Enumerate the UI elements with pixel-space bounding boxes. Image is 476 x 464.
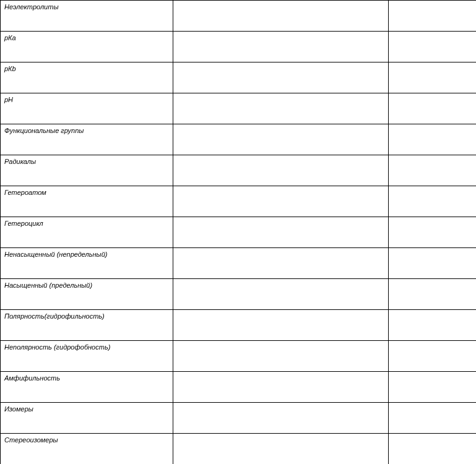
definition-cell <box>173 434 389 465</box>
notes-cell <box>389 124 477 155</box>
notes-cell <box>389 217 477 248</box>
notes-cell <box>389 62 477 93</box>
term-cell: Радикалы <box>1 155 173 186</box>
definition-cell <box>173 403 389 434</box>
term-cell: рН <box>1 93 173 124</box>
table-row: Неэлектролиты <box>1 1 477 32</box>
notes-cell <box>389 434 477 465</box>
definition-cell <box>173 124 389 155</box>
term-cell: Насыщенный (предельный) <box>1 279 173 310</box>
notes-cell <box>389 310 477 341</box>
definition-cell <box>173 93 389 124</box>
term-cell: Гетероатом <box>1 186 173 217</box>
notes-cell <box>389 279 477 310</box>
notes-cell <box>389 93 477 124</box>
definition-cell <box>173 217 389 248</box>
table-row: рН <box>1 93 477 124</box>
table-row: рКа <box>1 32 477 62</box>
notes-cell <box>389 186 477 217</box>
table-row: Функциональные группы <box>1 124 477 155</box>
notes-cell <box>389 372 477 403</box>
term-cell: рКа <box>1 32 173 62</box>
terms-table: Неэлектролиты рКа рКb рН Функциональные … <box>0 0 476 464</box>
table-row: Гетероцикл <box>1 217 477 248</box>
table-row: Стереоизомеры <box>1 434 477 465</box>
term-cell: Стереоизомеры <box>1 434 173 465</box>
table-row: Ненасыщенный (непредельный) <box>1 248 477 279</box>
term-cell: Неэлектролиты <box>1 1 173 32</box>
definition-cell <box>173 155 389 186</box>
table-row: Полярность(гидрофильность) <box>1 310 477 341</box>
definition-cell <box>173 248 389 279</box>
definition-cell <box>173 279 389 310</box>
table-row: Амфифильность <box>1 372 477 403</box>
notes-cell <box>389 155 477 186</box>
term-cell: Гетероцикл <box>1 217 173 248</box>
definition-cell <box>173 32 389 62</box>
term-cell: Амфифильность <box>1 372 173 403</box>
term-cell: рКb <box>1 62 173 93</box>
table-row: Насыщенный (предельный) <box>1 279 477 310</box>
definition-cell <box>173 1 389 32</box>
notes-cell <box>389 403 477 434</box>
table-row: Гетероатом <box>1 186 477 217</box>
term-cell: Функциональные группы <box>1 124 173 155</box>
table-row: Радикалы <box>1 155 477 186</box>
term-cell: Полярность(гидрофильность) <box>1 310 173 341</box>
term-cell: Ненасыщенный (непредельный) <box>1 248 173 279</box>
notes-cell <box>389 341 477 372</box>
table-row: рКb <box>1 62 477 93</box>
definition-cell <box>173 310 389 341</box>
notes-cell <box>389 248 477 279</box>
table-row: Неполярность (гидрофобность) <box>1 341 477 372</box>
term-cell: Изомеры <box>1 403 173 434</box>
notes-cell <box>389 32 477 62</box>
term-cell: Неполярность (гидрофобность) <box>1 341 173 372</box>
definition-cell <box>173 372 389 403</box>
definition-cell <box>173 341 389 372</box>
table-row: Изомеры <box>1 403 477 434</box>
definition-cell <box>173 186 389 217</box>
notes-cell <box>389 1 477 32</box>
definition-cell <box>173 62 389 93</box>
